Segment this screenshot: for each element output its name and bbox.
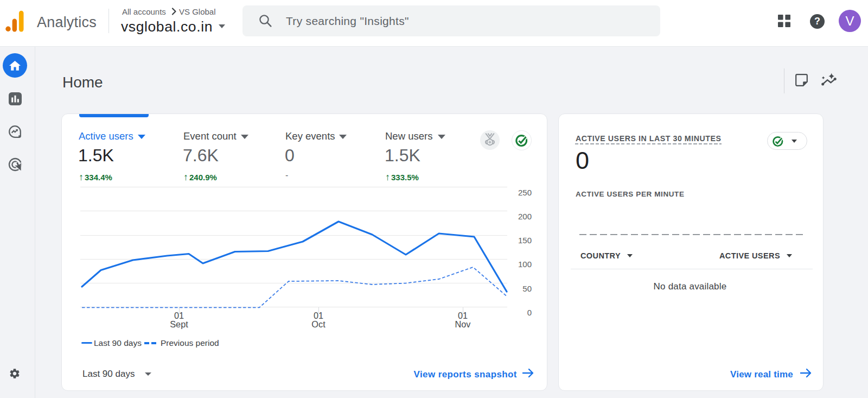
svg-text:200: 200 [518, 212, 532, 221]
svg-text:250: 250 [518, 188, 532, 197]
svg-text:150: 150 [518, 236, 532, 245]
svg-text:0: 0 [527, 308, 532, 317]
svg-text:50: 50 [522, 284, 532, 293]
svg-text:Oct: Oct [311, 319, 326, 329]
svg-text:Sept: Sept [170, 319, 188, 329]
svg-text:100: 100 [518, 260, 532, 269]
svg-text:Nov: Nov [455, 319, 471, 329]
